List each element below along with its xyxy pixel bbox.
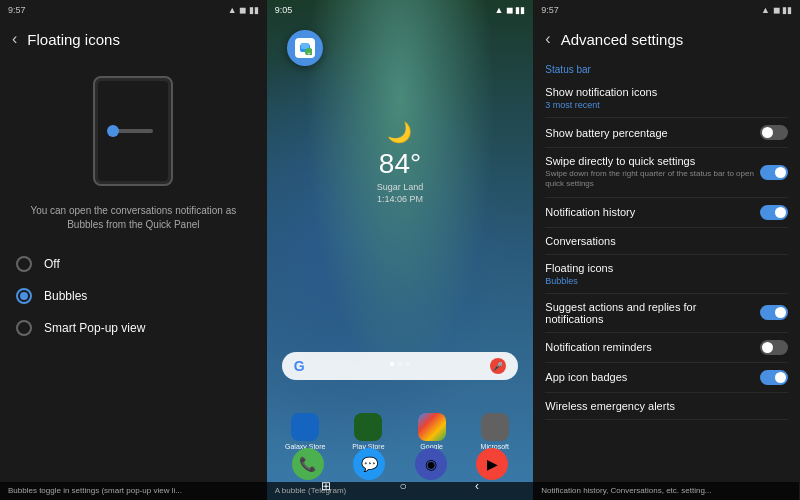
option-list: Off Bubbles Smart Pop-up view (0, 240, 267, 352)
nav-back[interactable]: ‹ (475, 479, 479, 493)
radio-off[interactable] (16, 256, 32, 272)
settings-list: Status bar Show notification icons 3 mos… (533, 56, 800, 500)
google-logo: G (294, 358, 305, 374)
moon-icon: 🌙 (377, 120, 424, 144)
app-google[interactable]: Google (403, 413, 460, 450)
time-left: 9:57 (8, 5, 26, 15)
setting-notification-icons-sub: 3 most recent (545, 100, 665, 110)
svg-text:+: + (307, 50, 311, 55)
toggle-swipe[interactable] (760, 165, 788, 180)
nav-bar-middle: ⊞ ○ ‹ (267, 477, 534, 495)
dock-youtube[interactable]: ▶ (476, 448, 508, 480)
setting-battery[interactable]: Show battery percentage (545, 118, 788, 148)
header-left: ‹ Floating icons (0, 20, 267, 56)
toggle-reminders[interactable] (760, 340, 788, 355)
caption-right: Notification history, Conversations, etc… (533, 482, 799, 500)
setting-emergency-label: Wireless emergency alerts (545, 400, 788, 412)
setting-notif-history[interactable]: Notification history (545, 198, 788, 228)
google-search-bar[interactable]: G 🎤 (282, 352, 519, 380)
app-microsoft[interactable]: Microsoft (466, 413, 523, 450)
phone-preview (93, 76, 173, 186)
setting-notification-icons-label: Show notification icons (545, 86, 665, 98)
caption-left: Bubbles toggle in settings (smart pop-up… (0, 482, 267, 500)
bubble-preview (113, 129, 153, 133)
microsoft-icon (481, 413, 509, 441)
app-play-store[interactable]: Play Store (340, 413, 397, 450)
app-galaxy-store[interactable]: Galaxy Store (277, 413, 334, 450)
section-label-status-bar: Status bar (545, 56, 788, 79)
setting-floating-sub: Bubbles (545, 276, 621, 286)
page-title-left: Floating icons (27, 31, 120, 48)
setting-reminders[interactable]: Notification reminders (545, 333, 788, 363)
status-icons-middle: ▲ ◼ ▮▮ (494, 5, 525, 15)
setting-floating-label: Floating icons (545, 262, 621, 274)
radio-bubbles[interactable] (16, 288, 32, 304)
radio-smart[interactable] (16, 320, 32, 336)
status-bar-middle: 9:05 ▲ ◼ ▮▮ (267, 0, 534, 20)
dock-messages[interactable]: 💬 (353, 448, 385, 480)
setting-suggest[interactable]: Suggest actions and replies for notifica… (545, 294, 788, 333)
setting-emergency[interactable]: Wireless emergency alerts (545, 393, 788, 420)
back-icon-right[interactable]: ‹ (545, 30, 550, 48)
preview-screen (98, 81, 168, 181)
option-bubbles[interactable]: Bubbles (16, 280, 251, 312)
toggle-battery[interactable] (760, 125, 788, 140)
time-right: 9:57 (541, 5, 559, 15)
app-grid: Galaxy Store Play Store Google Microsoft (277, 413, 524, 450)
location: Sugar Land (377, 182, 424, 192)
galaxy-store-icon (291, 413, 319, 441)
setting-reminders-label: Notification reminders (545, 341, 760, 353)
radio-bubbles-inner (20, 292, 28, 300)
header-right: ‹ Advanced settings (533, 20, 800, 56)
setting-badges-label: App icon badges (545, 371, 760, 383)
option-off-label: Off (44, 257, 60, 271)
phone-preview-container (0, 56, 267, 196)
bubble-dot (107, 125, 119, 137)
telegram-icon: + (295, 38, 315, 58)
toggle-badges[interactable] (760, 370, 788, 385)
nav-recents[interactable]: ⊞ (321, 479, 331, 493)
option-off[interactable]: Off (16, 248, 251, 280)
toggle-suggest[interactable] (760, 305, 788, 320)
setting-suggest-label: Suggest actions and replies for notifica… (545, 301, 760, 325)
setting-conversations[interactable]: Conversations (545, 228, 788, 255)
status-bar-right: 9:57 ▲ ◼ ▮▮ (533, 0, 800, 20)
option-bubbles-label: Bubbles (44, 289, 87, 303)
setting-notif-history-label: Notification history (545, 206, 760, 218)
option-smart[interactable]: Smart Pop-up view (16, 312, 251, 344)
status-icons-right: ▲ ◼ ▮▮ (761, 5, 792, 15)
nav-home[interactable]: ○ (399, 479, 406, 493)
setting-badges[interactable]: App icon badges (545, 363, 788, 393)
bottom-dock: 📞 💬 ◉ ▶ (277, 448, 524, 480)
setting-swipe[interactable]: Swipe directly to quick settings Swipe d… (545, 148, 788, 198)
setting-notification-icons[interactable]: Show notification icons 3 most recent (545, 79, 788, 118)
telegram-bubble[interactable]: + (287, 30, 323, 66)
option-smart-label: Smart Pop-up view (44, 321, 145, 335)
play-store-icon (354, 413, 382, 441)
setting-conversations-label: Conversations (545, 235, 788, 247)
temperature: 84° (377, 148, 424, 180)
status-bar-left: 9:57 ▲ ◼ ▮▮ (0, 0, 267, 20)
setting-swipe-desc: Swipe down from the right quarter of the… (545, 169, 760, 190)
dock-phone[interactable]: 📞 (292, 448, 324, 480)
toggle-notif-history[interactable] (760, 205, 788, 220)
status-icons-left: ▲ ◼ ▮▮ (228, 5, 259, 15)
weather-widget: 🌙 84° Sugar Land 1:14:06 PM (377, 120, 424, 204)
description-text: You can open the conversations notificat… (0, 196, 267, 240)
setting-battery-label: Show battery percentage (545, 127, 760, 139)
right-panel: 9:57 ▲ ◼ ▮▮ ‹ Advanced settings Status b… (533, 0, 800, 500)
svg-rect-1 (301, 43, 309, 49)
setting-floating-icons[interactable]: Floating icons Bubbles (545, 255, 788, 294)
setting-swipe-label: Swipe directly to quick settings (545, 155, 760, 167)
page-title-right: Advanced settings (561, 31, 684, 48)
dock-samsung[interactable]: ◉ (415, 448, 447, 480)
left-panel: 9:57 ▲ ◼ ▮▮ ‹ Floating icons You can ope… (0, 0, 267, 500)
mic-icon[interactable]: 🎤 (490, 358, 506, 374)
back-icon[interactable]: ‹ (12, 30, 17, 48)
time-detail: 1:14:06 PM (377, 194, 424, 204)
google-icon (418, 413, 446, 441)
time-middle: 9:05 (275, 5, 293, 15)
middle-panel: 9:05 ▲ ◼ ▮▮ + 🌙 84° Sugar Land 1:14:06 P… (267, 0, 534, 500)
